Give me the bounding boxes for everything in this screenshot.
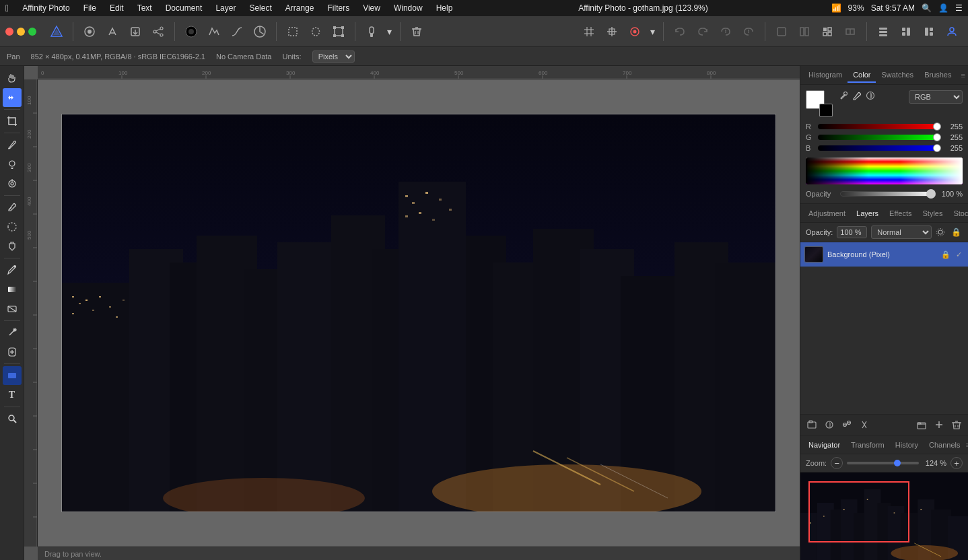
selection-tool[interactable]: [3, 217, 22, 236]
zoom-in-btn[interactable]: +: [950, 457, 963, 469]
menu-select[interactable]: Select: [246, 3, 274, 13]
tab-adjustment[interactable]: Adjustment: [803, 207, 851, 220]
layout-btn[interactable]: [918, 21, 940, 42]
color-mode-select[interactable]: RGB HSL CMYK LAB Grayscale: [909, 90, 963, 104]
layer-lock-button[interactable]: 🔒: [949, 225, 963, 239]
persona-develop[interactable]: [102, 21, 123, 42]
persona-export[interactable]: [125, 21, 146, 42]
tab-channels[interactable]: Channels: [924, 438, 965, 452]
crop-tool[interactable]: [3, 112, 22, 131]
menu-filters[interactable]: Filters: [324, 3, 352, 13]
canvas-viewport[interactable]: [38, 79, 800, 547]
color-mode-icon[interactable]: [865, 90, 876, 101]
background-swatch[interactable]: [819, 104, 833, 117]
panel-tabs-more[interactable]: ≡: [961, 71, 965, 79]
menu-window[interactable]: Window: [391, 3, 425, 13]
color-picker-tool[interactable]: [3, 260, 22, 279]
layer-item-background[interactable]: Background (Pixel) 🔒 ✓: [800, 242, 968, 267]
layer-visible-icon[interactable]: ✓: [953, 249, 964, 260]
zoom-thumb[interactable]: [894, 460, 901, 466]
r-slider[interactable]: [818, 124, 940, 129]
apple-menu[interactable]: : [5, 3, 9, 13]
b-thumb[interactable]: [933, 144, 941, 152]
transparency-tool[interactable]: [3, 300, 22, 318]
canvas-area[interactable]: 0 100 200 300 400 500 600 700 800: [24, 66, 800, 560]
brush-stroke-btn[interactable]: [361, 21, 382, 42]
menu-affinity-photo[interactable]: Affinity Photo: [20, 3, 73, 13]
transform-btn[interactable]: [328, 21, 349, 42]
menu-edit[interactable]: Edit: [107, 3, 127, 13]
move-tool[interactable]: [3, 88, 22, 107]
tab-brushes[interactable]: Brushes: [919, 68, 957, 83]
arrangement-btn[interactable]: [895, 21, 917, 42]
redo-btn[interactable]: [692, 21, 714, 42]
user-icon[interactable]: 👤: [938, 3, 948, 13]
add-layer-mask-btn[interactable]: [822, 417, 837, 432]
g-slider[interactable]: [818, 135, 940, 140]
close-button[interactable]: [5, 28, 13, 36]
hand-tool[interactable]: [3, 69, 22, 88]
macro-btn[interactable]: [624, 21, 646, 42]
rectangle-tool[interactable]: [3, 366, 22, 385]
persona-btn[interactable]: [941, 21, 963, 42]
affinity-logo[interactable]: [46, 21, 67, 42]
brush-tool[interactable]: [3, 135, 22, 154]
g-thumb[interactable]: [933, 133, 941, 141]
tab-stock[interactable]: Stock: [948, 207, 968, 220]
navigator-preview[interactable]: [800, 473, 968, 560]
delete-layer-btn[interactable]: [949, 417, 964, 432]
lasso-btn[interactable]: [305, 21, 326, 42]
dodge-tool[interactable]: [3, 155, 22, 174]
menu-file[interactable]: File: [81, 3, 99, 13]
navigator-tabs-more[interactable]: ≡: [966, 440, 968, 450]
tab-history[interactable]: History: [890, 438, 924, 452]
hsl-btn[interactable]: [249, 21, 271, 42]
redo-history-btn[interactable]: [738, 21, 759, 42]
add-adjustment-btn[interactable]: [839, 417, 854, 432]
view-mode-btn2[interactable]: [794, 21, 815, 42]
patch-tool[interactable]: [3, 343, 22, 361]
undo-history-btn[interactable]: [715, 21, 736, 42]
menu-icon[interactable]: ☰: [955, 3, 963, 13]
opacity-thumb[interactable]: [926, 189, 936, 199]
curves-btn[interactable]: [226, 21, 248, 42]
delete-btn[interactable]: [406, 21, 427, 42]
menu-document[interactable]: Document: [163, 3, 205, 13]
menu-text[interactable]: Text: [135, 3, 155, 13]
gear-icon[interactable]: [936, 228, 945, 237]
tab-transform[interactable]: Transform: [845, 438, 890, 452]
levels-btn[interactable]: [203, 21, 225, 42]
tab-effects[interactable]: Effects: [884, 207, 917, 220]
tab-navigator[interactable]: Navigator: [803, 438, 845, 452]
color-gradient-map[interactable]: [806, 158, 963, 184]
tab-histogram[interactable]: Histogram: [803, 68, 848, 83]
text-tool[interactable]: T: [3, 386, 22, 405]
units-select[interactable]: Pixels Inches cm mm pt: [312, 50, 355, 63]
grid-btn[interactable]: [578, 21, 600, 42]
clone-tool[interactable]: [3, 174, 22, 193]
eraser-tool[interactable]: [3, 198, 22, 217]
opacity-slider[interactable]: [840, 191, 935, 197]
flood-fill-tool[interactable]: [3, 237, 22, 256]
r-thumb[interactable]: [933, 123, 941, 131]
studio-btn[interactable]: [872, 21, 894, 42]
add-layer-btn[interactable]: [932, 417, 946, 432]
marquee-rect-btn[interactable]: [282, 21, 304, 42]
zoom-slider[interactable]: [847, 462, 919, 464]
snapping-btn[interactable]: [601, 21, 623, 42]
layer-lock-icon[interactable]: 🔒: [940, 249, 951, 260]
menu-help[interactable]: Help: [434, 3, 456, 13]
macro-dropdown[interactable]: ▾: [647, 21, 658, 42]
tab-color[interactable]: Color: [848, 68, 876, 83]
brush-dropdown-btn[interactable]: ▾: [384, 21, 394, 42]
add-layer-folder-btn[interactable]: [914, 417, 929, 432]
layers-opacity-input[interactable]: [837, 226, 867, 238]
healing-tool[interactable]: [3, 323, 22, 342]
blend-mode-select[interactable]: Normal Multiply Screen Overlay Darken Li…: [871, 225, 932, 239]
eyedropper-icon[interactable]: [838, 90, 849, 101]
view-mode-btn4[interactable]: [839, 21, 861, 42]
maximize-button[interactable]: [28, 28, 36, 36]
menu-layer[interactable]: Layer: [213, 3, 238, 13]
view-mode-btn1[interactable]: [771, 21, 792, 42]
add-layer-group-btn[interactable]: [804, 417, 819, 432]
